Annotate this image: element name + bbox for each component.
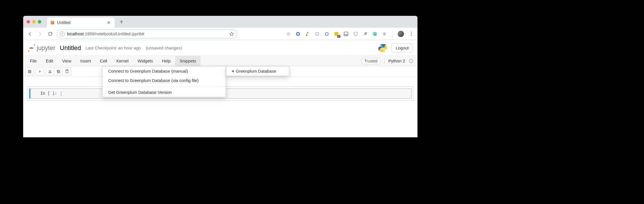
toolbar-separator xyxy=(392,31,393,37)
menu-view[interactable]: View xyxy=(58,56,76,66)
kernel-status-icon xyxy=(409,59,413,63)
submenu-label: Greenplum Database xyxy=(236,69,276,73)
svg-point-0 xyxy=(297,32,300,35)
kernel-separator xyxy=(384,58,384,64)
add-cell-button[interactable] xyxy=(36,68,44,75)
extension-shield-icon[interactable] xyxy=(353,31,358,37)
svg-point-5 xyxy=(336,34,337,35)
paste-button[interactable] xyxy=(63,68,71,75)
svg-point-1 xyxy=(316,32,319,35)
menu-widgets[interactable]: Widgets xyxy=(133,56,157,66)
checkpoint-status: Last Checkpoint: an hour ago xyxy=(86,45,141,50)
address-bar[interactable]: i localhost:1999/notebooks/Untitled.ipyn… xyxy=(56,29,237,38)
extension-blue-ring-icon[interactable] xyxy=(324,31,330,37)
svg-point-11 xyxy=(384,50,385,51)
svg-point-2 xyxy=(325,32,328,35)
menu-file[interactable]: File xyxy=(25,56,41,66)
bookmark-star-icon[interactable] xyxy=(229,31,234,36)
url-text: localhost:1999/notebooks/Untitled.ipynb# xyxy=(67,31,227,36)
extension-badge: 1 xyxy=(337,35,340,38)
extension-yellow-icon[interactable]: 1 xyxy=(334,31,339,37)
extension-drive-icon[interactable] xyxy=(286,31,291,37)
browser-window: Untitled i localhost:1999/notebooks/Unti… xyxy=(23,16,417,137)
logout-button[interactable]: Logout xyxy=(391,44,413,52)
extension-inbox-icon[interactable] xyxy=(343,31,349,37)
kernel-name[interactable]: Python 2 xyxy=(388,58,405,63)
notebook-title[interactable]: Untitled xyxy=(60,44,81,52)
snippet-item-connect-config[interactable]: Connect to Greenplum Database (via confi… xyxy=(103,76,226,85)
trusted-indicator[interactable]: Trusted xyxy=(362,58,380,64)
jupyter-logo[interactable]: jupyter xyxy=(28,44,55,52)
snippet-item-connect-manual[interactable]: Connect to Greenplum Database (manual) xyxy=(103,66,226,76)
copy-button[interactable] xyxy=(54,68,63,75)
menu-edit[interactable]: Edit xyxy=(41,56,58,66)
site-info-icon[interactable]: i xyxy=(60,31,65,36)
tab-strip: Untitled xyxy=(23,16,417,28)
window-zoom-button[interactable] xyxy=(38,20,41,23)
tab-title: Untitled xyxy=(57,20,70,25)
submenu-caret-icon xyxy=(232,70,234,73)
jupyter-logo-icon xyxy=(28,44,35,52)
svg-rect-15 xyxy=(58,71,60,73)
extension-honey-icon[interactable]: h xyxy=(382,31,387,37)
traffic-lights xyxy=(23,16,45,28)
svg-rect-14 xyxy=(57,70,59,72)
menu-cell[interactable]: Cell xyxy=(95,56,112,66)
extension-broom-icon[interactable] xyxy=(305,31,310,37)
extension-icons: 1 h xyxy=(286,31,415,37)
menubar: File Edit View Insert Cell Kernel Widget… xyxy=(23,56,417,66)
svg-text:h: h xyxy=(384,33,385,35)
forward-button[interactable] xyxy=(36,30,44,38)
tab-close-button[interactable] xyxy=(106,20,111,25)
text-cursor xyxy=(61,92,61,96)
svg-point-10 xyxy=(381,45,382,45)
extension-grey-circle-icon[interactable] xyxy=(314,31,320,37)
save-button[interactable] xyxy=(25,68,34,75)
reload-button[interactable] xyxy=(46,30,54,38)
menu-help[interactable]: Help xyxy=(157,56,175,66)
snippets-dropdown: Connect to Greenplum Database (manual) C… xyxy=(102,66,226,97)
browser-tab[interactable]: Untitled xyxy=(47,18,115,28)
browser-toolbar: i localhost:1999/notebooks/Untitled.ipyn… xyxy=(23,28,417,40)
extension-green-circle-icon[interactable] xyxy=(372,31,378,37)
window-minimize-button[interactable] xyxy=(32,20,36,23)
jupyter-header: jupyter Untitled Last Checkpoint: an hou… xyxy=(23,40,417,56)
kernel-logo-icon xyxy=(378,43,388,53)
profile-avatar[interactable] xyxy=(398,31,404,37)
window-close-button[interactable] xyxy=(27,20,30,23)
browser-menu-button[interactable] xyxy=(408,31,415,37)
svg-point-4 xyxy=(335,34,336,35)
extension-circle-icon[interactable] xyxy=(295,31,301,37)
cut-button[interactable] xyxy=(46,68,54,75)
new-tab-button[interactable] xyxy=(118,18,125,26)
snippet-submenu-greenplum[interactable]: Greenplum Database xyxy=(226,66,289,76)
menu-insert[interactable]: Insert xyxy=(76,56,95,66)
notebook-favicon-icon xyxy=(50,20,55,25)
unsaved-indicator: (unsaved changes) xyxy=(146,45,182,50)
extension-rocket-icon[interactable] xyxy=(362,31,368,37)
menu-kernel[interactable]: Kernel xyxy=(112,56,133,66)
jupyter-logo-text: jupyter xyxy=(37,44,55,52)
input-prompt: In [ ]: xyxy=(31,89,59,98)
snippet-item-get-version[interactable]: Get Greenplum Database Version xyxy=(103,88,226,97)
menu-snippets[interactable]: Snippets xyxy=(175,56,201,66)
back-button[interactable] xyxy=(26,30,34,38)
svg-point-7 xyxy=(373,32,377,36)
dropdown-separator xyxy=(103,86,226,86)
snippets-submenu: Greenplum Database xyxy=(226,66,289,76)
